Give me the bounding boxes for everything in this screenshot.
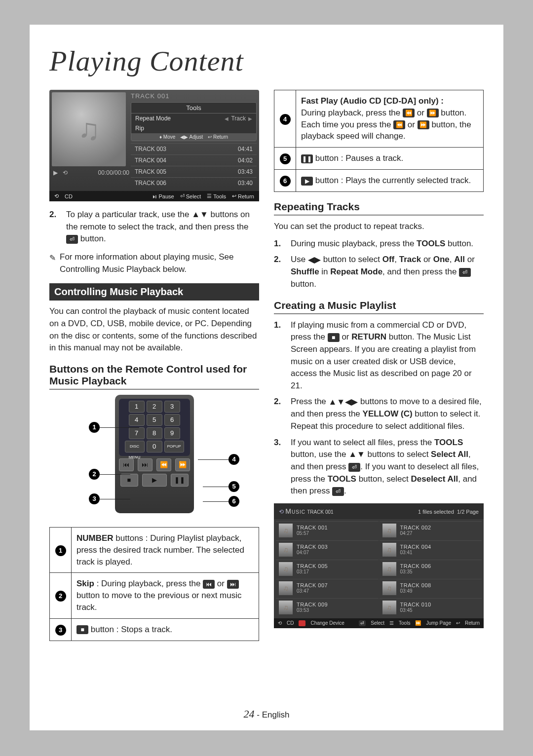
chevron-right-icon[interactable]: ▶ bbox=[248, 116, 252, 121]
num-4: 4 bbox=[129, 414, 145, 426]
note-text: For more information about playing music… bbox=[60, 251, 259, 275]
playlist-step-1: 1. If playing music from a commercial CD… bbox=[274, 319, 484, 392]
up-down-triangle-icon-2: ▲▼ bbox=[348, 449, 365, 461]
mw-head-track: TRACK 001 bbox=[307, 509, 333, 515]
music-item[interactable]: ♫TRACK 00105:57 bbox=[276, 521, 379, 539]
rs2-n: 2. bbox=[274, 254, 285, 290]
track-row[interactable]: TRACK 00603:40 bbox=[131, 177, 257, 189]
music-item[interactable]: ♫TRACK 00603:35 bbox=[380, 560, 482, 578]
buttons-subhead: Buttons on the Remote Control used for M… bbox=[49, 363, 259, 387]
track-row[interactable]: TRACK 00404:02 bbox=[131, 154, 257, 166]
stop-icon: ■ bbox=[120, 474, 138, 487]
music-item[interactable]: ♫TRACK 01003:45 bbox=[380, 598, 482, 616]
ps2-a: Press the bbox=[291, 397, 329, 406]
pause-small-icon: ❚❚ bbox=[301, 154, 313, 163]
ps3-a: If you want to select all files, press t… bbox=[291, 438, 434, 447]
ps3-f: button, select bbox=[356, 474, 411, 484]
skip-prev-icon: ⏮ bbox=[119, 458, 134, 471]
ps3-b: button, use the bbox=[291, 450, 348, 459]
page-footer: 24 - English bbox=[30, 708, 503, 720]
info-note: ✎ For more information about playing mus… bbox=[49, 251, 259, 275]
rs1-n: 1. bbox=[274, 238, 285, 250]
rs2-b3: One bbox=[433, 255, 450, 264]
playlist-heading: Creating a Music Playlist bbox=[274, 300, 484, 311]
control-table-left: 1 NUMBER buttons : During Playlist playb… bbox=[49, 527, 259, 641]
left-right-triangle-icon: ◀▶ bbox=[308, 254, 321, 266]
rrow4-title: Fast Play (Audio CD [CD-DA] only) : bbox=[301, 96, 444, 106]
step2-a: To play a particular track, use the bbox=[66, 210, 191, 219]
skip-next-icon: ⏭ bbox=[138, 458, 152, 471]
rrow5-text: button : Pauses a track. bbox=[313, 153, 403, 163]
mw-change: Change Device bbox=[310, 620, 344, 626]
stop-small-icon: ■ bbox=[76, 625, 88, 634]
music-item[interactable]: ♫TRACK 00803:49 bbox=[380, 579, 482, 597]
ps3-n: 3. bbox=[274, 437, 285, 497]
repeat-step-1: 1. During music playback, press the TOOL… bbox=[274, 238, 484, 250]
bb-tools: Tools bbox=[213, 193, 226, 199]
rrow5-num: 5 bbox=[280, 153, 291, 164]
rrow4-num: 4 bbox=[280, 114, 291, 125]
foot-move: Move bbox=[163, 134, 175, 140]
cd-player-panel: ♫ ▶ ⟲ 00:00/00:00 TRACK 001 Tools Repeat bbox=[49, 90, 259, 201]
rs2-h: , and then press the bbox=[382, 267, 459, 276]
row1-bold: NUMBER bbox=[76, 533, 114, 543]
pencil-icon: ✎ bbox=[49, 252, 56, 275]
skip-prev-small-icon: ⏮ bbox=[203, 580, 215, 589]
rs2-i: button. bbox=[291, 279, 316, 289]
enter-icon-2: ⏎ bbox=[459, 268, 471, 277]
repeat-mode-label: Repeat Mode bbox=[135, 115, 171, 122]
row3-text: button : Stops a track. bbox=[88, 625, 172, 634]
ffwd-small-icon-2: ⏩ bbox=[418, 120, 429, 129]
mw-page: 1/2 Page bbox=[457, 509, 479, 515]
rrow4-a: During playback, press the bbox=[301, 108, 403, 117]
rrow6-num: 6 bbox=[280, 176, 291, 187]
control-table-right: 4 Fast Play (Audio CD [CD-DA] only) : Du… bbox=[274, 90, 484, 192]
mw-tools: Tools bbox=[399, 620, 410, 626]
rrow4-b: or bbox=[415, 108, 427, 117]
num-0: 0 bbox=[147, 441, 162, 453]
repeat-heading: Repeating Tracks bbox=[274, 201, 484, 213]
dir-triangle-icon: ▲▼◀▶ bbox=[329, 396, 358, 409]
ps3-b3: TOOLS bbox=[328, 474, 356, 484]
row1-num: 1 bbox=[55, 545, 66, 556]
disc-menu-btn: DISC MENU bbox=[125, 441, 145, 453]
step2-c: button. bbox=[80, 234, 106, 243]
repeat-step-2: 2. Use ◀▶ button to select Off, Track or… bbox=[274, 254, 484, 290]
track-row[interactable]: TRACK 00503:43 bbox=[131, 166, 257, 177]
controlling-heading: Controlling Music Playback bbox=[49, 283, 259, 301]
rip-label: Rip bbox=[135, 125, 144, 132]
play-small-icon: ▶ bbox=[301, 177, 313, 186]
music-item[interactable]: ♫TRACK 00403:41 bbox=[380, 540, 482, 559]
step-2: 2. To play a particular track, use the ▲… bbox=[49, 209, 259, 245]
rewind-small-icon: ⏪ bbox=[403, 109, 415, 117]
disc-icon: ⟲ bbox=[63, 169, 68, 176]
stop-small-icon-2: ■ bbox=[328, 333, 340, 342]
page-lang: - English bbox=[255, 710, 290, 719]
rrow4-e: or bbox=[405, 120, 418, 129]
music-item[interactable]: ♫TRACK 00503:17 bbox=[276, 560, 379, 578]
up-down-triangle-icon: ▲▼ bbox=[191, 209, 208, 221]
mw-files: 1 files selected bbox=[418, 509, 454, 515]
ffwd-small-icon: ⏩ bbox=[427, 109, 439, 117]
music-note-icon: ♫ bbox=[78, 113, 100, 147]
mw-return: Return bbox=[465, 620, 480, 626]
bb-return: Return bbox=[238, 193, 254, 199]
rs2-g: in bbox=[319, 267, 331, 276]
foot-return: Return bbox=[213, 134, 228, 140]
page-title: Playing Content bbox=[49, 44, 484, 77]
ps3-b4: Deselect All bbox=[411, 474, 458, 484]
tools-panel: Tools Repeat Mode ◀Track▶ Rip ♦ Move ◀▶ … bbox=[131, 102, 257, 141]
rrow4-d: Each time you press the bbox=[301, 120, 393, 129]
track-row[interactable]: TRACK 00304:41 bbox=[131, 143, 257, 154]
playlist-step-2: 2. Press the ▲▼◀▶ buttons to move to a d… bbox=[274, 396, 484, 432]
rs2-b5: Shuffle bbox=[291, 267, 319, 276]
music-item[interactable]: ♫TRACK 00903:53 bbox=[276, 598, 379, 616]
ps3-c: buttons to select bbox=[365, 450, 431, 459]
chevron-left-icon[interactable]: ◀ bbox=[225, 116, 228, 121]
music-item[interactable]: ♫TRACK 00304:07 bbox=[276, 540, 379, 559]
num-1: 1 bbox=[129, 401, 145, 413]
music-item[interactable]: ♫TRACK 00204:27 bbox=[380, 521, 482, 539]
music-item[interactable]: ♫TRACK 00703:47 bbox=[276, 579, 379, 597]
rs2-b6: Repeat Mode bbox=[330, 267, 382, 276]
rs2-c: , bbox=[394, 255, 399, 264]
